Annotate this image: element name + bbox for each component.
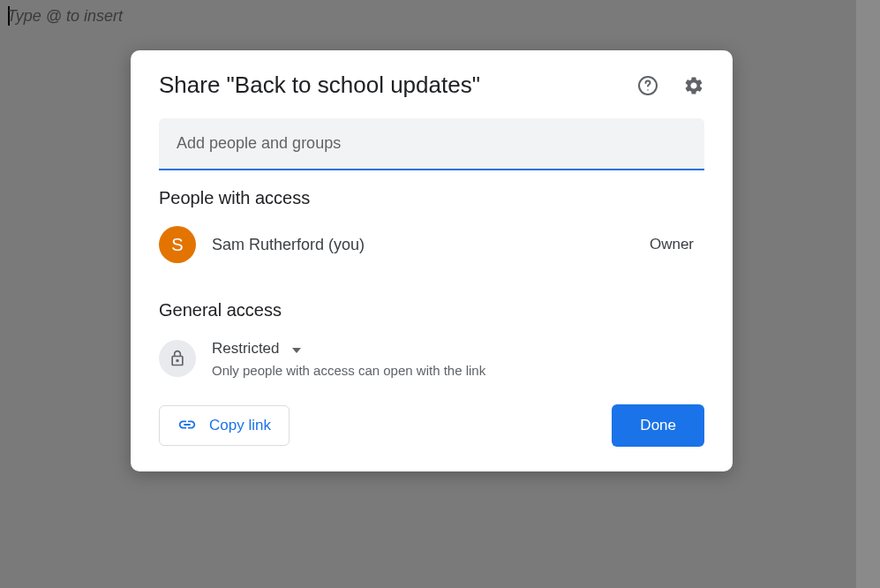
add-people-input[interactable]: [177, 134, 687, 153]
done-button[interactable]: Done: [612, 404, 704, 447]
chevron-down-icon: [292, 341, 301, 357]
people-with-access-heading: People with access: [159, 188, 704, 208]
scrollbar[interactable]: [856, 0, 880, 588]
avatar: S: [159, 226, 196, 263]
share-dialog: Share "Back to school updates" People wi…: [131, 50, 733, 471]
header-icons: [637, 75, 704, 96]
general-access-section: General access Restricted Only people wi…: [159, 300, 704, 378]
person-info: S Sam Rutherford (you): [159, 226, 365, 263]
copy-link-button[interactable]: Copy link: [159, 405, 290, 446]
access-mode-dropdown[interactable]: Restricted: [212, 340, 704, 358]
dialog-header: Share "Back to school updates": [159, 72, 704, 99]
add-people-input-wrapper[interactable]: [159, 118, 704, 170]
dialog-footer: Copy link Done: [159, 404, 704, 447]
copy-link-label: Copy link: [209, 417, 271, 434]
dialog-title: Share "Back to school updates": [159, 72, 480, 99]
lock-icon: [159, 340, 196, 377]
person-role: Owner: [650, 236, 704, 253]
person-name: Sam Rutherford (you): [212, 236, 365, 254]
doc-placeholder: Type @ to insert: [7, 7, 123, 26]
help-icon[interactable]: [637, 75, 658, 96]
gear-icon[interactable]: [683, 75, 704, 96]
access-mode-label: Restricted: [212, 340, 280, 358]
link-icon: [177, 417, 197, 434]
general-access-heading: General access: [159, 300, 704, 320]
person-row: S Sam Rutherford (you) Owner: [159, 226, 704, 263]
general-access-row: Restricted Only people with access can o…: [159, 340, 704, 378]
svg-point-1: [647, 89, 649, 91]
general-access-content: Restricted Only people with access can o…: [212, 340, 704, 378]
access-mode-description: Only people with access can open with th…: [212, 363, 704, 378]
